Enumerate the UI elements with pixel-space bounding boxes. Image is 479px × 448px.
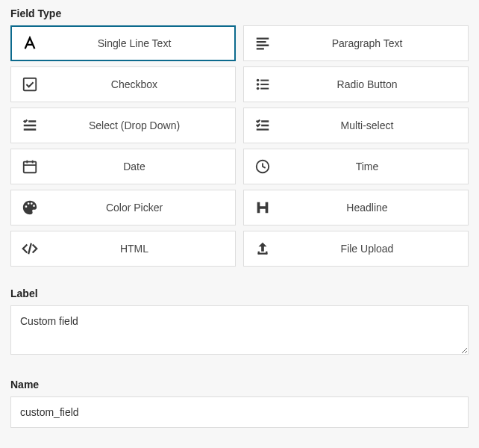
svg-point-5	[257, 87, 260, 90]
svg-rect-2	[260, 80, 269, 81]
option-html[interactable]: HTML	[10, 231, 236, 267]
label-heading: Label	[10, 287, 469, 299]
radio-list-icon	[254, 76, 271, 93]
option-label: Color Picker	[44, 202, 225, 214]
svg-point-1	[257, 79, 260, 82]
name-heading: Name	[10, 379, 469, 391]
option-file-upload[interactable]: File Upload	[243, 231, 469, 267]
svg-rect-7	[24, 162, 37, 173]
svg-rect-0	[24, 78, 37, 91]
option-time[interactable]: Time	[243, 149, 469, 184]
upload-icon	[254, 240, 271, 257]
label-input[interactable]	[10, 305, 469, 355]
option-color-picker[interactable]: Color Picker	[10, 190, 236, 225]
heading-icon	[254, 199, 271, 216]
option-label: Time	[277, 161, 457, 172]
code-icon	[22, 240, 38, 257]
paragraph-icon	[254, 35, 271, 52]
checkbox-icon	[22, 76, 38, 93]
option-single-line-text[interactable]: Single Line Text	[10, 25, 236, 61]
svg-point-3	[257, 83, 260, 86]
option-date[interactable]: Date	[10, 149, 236, 184]
option-label: Date	[44, 161, 225, 172]
field-type-heading: Field Type	[10, 7, 469, 19]
clock-icon	[254, 158, 271, 175]
option-select[interactable]: Select (Drop Down)	[10, 108, 236, 143]
palette-icon	[22, 199, 38, 216]
field-type-grid: Single Line Text Paragraph Text Checkbox…	[10, 25, 469, 267]
multi-select-icon	[254, 117, 271, 134]
option-paragraph-text[interactable]: Paragraph Text	[243, 25, 469, 61]
svg-rect-6	[260, 88, 269, 90]
svg-rect-10	[258, 252, 260, 255]
select-icon	[22, 117, 38, 134]
option-multi-select[interactable]: Multi-select	[243, 108, 469, 143]
option-label: Headline	[277, 202, 457, 214]
option-label: Single Line Text	[44, 37, 225, 49]
option-label: HTML	[44, 243, 225, 255]
svg-rect-11	[266, 252, 267, 255]
calendar-icon	[22, 158, 38, 175]
option-label: Paragraph Text	[277, 37, 457, 49]
option-label: Checkbox	[44, 78, 225, 90]
option-label: Radio Button	[277, 78, 457, 90]
option-radio-button[interactable]: Radio Button	[243, 66, 469, 102]
option-label: Select (Drop Down)	[44, 119, 225, 131]
option-checkbox[interactable]: Checkbox	[10, 66, 236, 102]
option-headline[interactable]: Headline	[243, 190, 469, 225]
name-input[interactable]	[10, 396, 469, 428]
option-label: Multi-select	[277, 119, 457, 131]
letter-a-icon	[22, 35, 38, 52]
option-label: File Upload	[277, 243, 457, 255]
svg-rect-4	[260, 84, 269, 85]
